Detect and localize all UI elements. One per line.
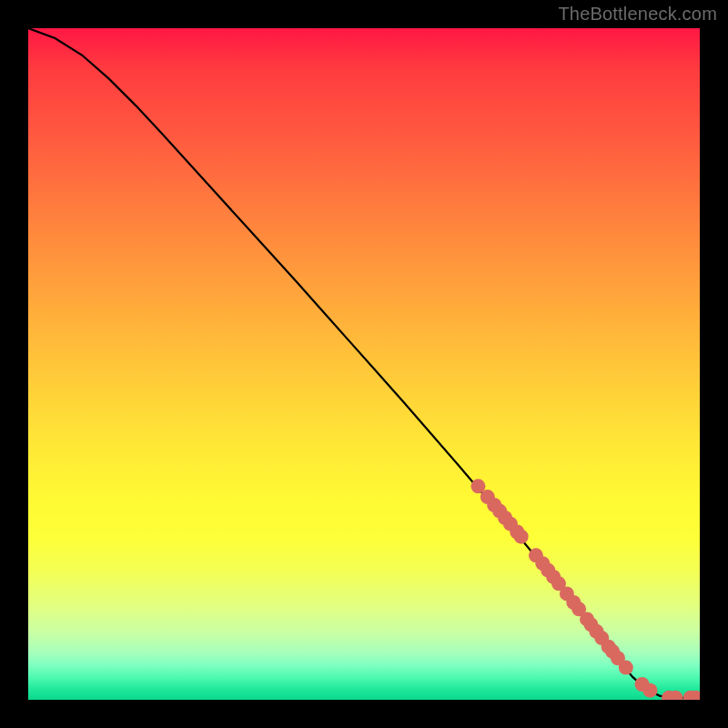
- scatter-dot: [619, 661, 633, 675]
- curve-line-group: [28, 28, 700, 698]
- watermark-text: TheBottleneck.com: [558, 4, 717, 25]
- chart-frame: TheBottleneck.com: [0, 0, 728, 728]
- plot-area: [28, 28, 700, 700]
- scatter-dot: [642, 683, 657, 698]
- scatter-markers: [470, 479, 700, 700]
- chart-svg: [28, 28, 700, 700]
- curve-line: [28, 28, 700, 698]
- scatter-dot: [514, 530, 529, 544]
